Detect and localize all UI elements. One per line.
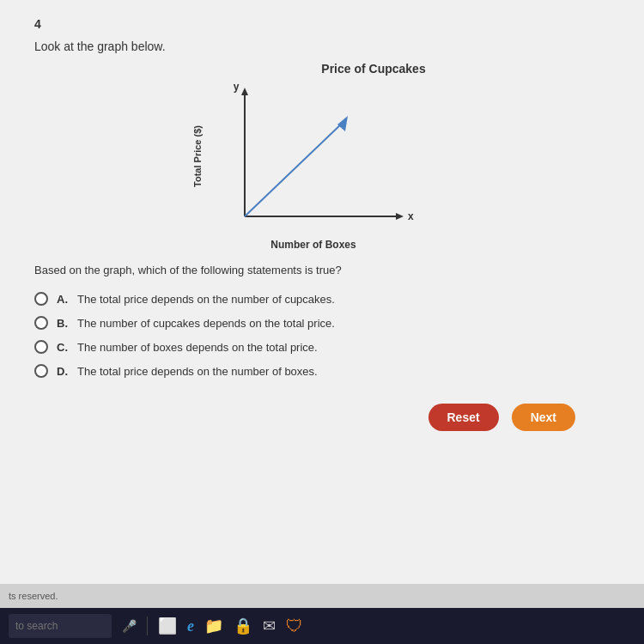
svg-marker-3 [396, 213, 404, 220]
radio-c[interactable] [34, 340, 48, 354]
svg-marker-2 [241, 88, 248, 95]
chart-svg: y x [210, 83, 425, 242]
svg-marker-7 [337, 116, 348, 131]
svg-text:y: y [234, 83, 240, 93]
option-letter-b: B. [57, 317, 70, 330]
question-text: Based on the graph, which of the followi… [34, 264, 610, 276]
footer-bar: ts reserved. [0, 584, 644, 608]
graph-svg: y x [210, 83, 459, 251]
option-text-c: The number of boxes depends on the total… [77, 341, 318, 354]
send-icon[interactable]: ✉ [263, 617, 276, 635]
options-list: A. The total price depends on the number… [34, 292, 610, 378]
option-a[interactable]: A. The total price depends on the number… [34, 292, 610, 306]
taskview-icon[interactable]: ⬜ [158, 617, 177, 635]
option-c[interactable]: C. The number of boxes depends on the to… [34, 340, 610, 354]
next-button[interactable]: Next [512, 404, 575, 431]
question-number: 4 [34, 17, 610, 31]
svg-text:x: x [408, 210, 414, 222]
radio-a[interactable] [34, 292, 48, 306]
main-content: 4 Look at the graph below. Price of Cupc… [0, 0, 644, 584]
option-b[interactable]: B. The number of cupcakes depends on the… [34, 316, 610, 330]
option-text-a: The total price depends on the number of… [77, 293, 335, 306]
option-text-b: The number of cupcakes depends on the to… [77, 317, 335, 330]
graph-area: Price of Cupcakes Total Price ($) y [34, 62, 610, 251]
y-axis-label-wrapper: Total Price ($) [185, 88, 210, 225]
option-text-d: The total price depends on the number of… [77, 365, 318, 378]
taskbar: 🎤 ⬜ e 📁 🔒 ✉ 🛡 [0, 608, 644, 644]
graph-container: Price of Cupcakes Total Price ($) y [185, 62, 459, 251]
edge-icon[interactable]: e [187, 617, 194, 635]
option-letter-c: C. [57, 341, 70, 354]
option-d[interactable]: D. The total price depends on the number… [34, 364, 610, 378]
svg-line-6 [245, 122, 343, 216]
radio-b[interactable] [34, 316, 48, 330]
taskbar-search-input[interactable] [9, 614, 112, 638]
radio-d[interactable] [34, 364, 48, 378]
instruction-text: Look at the graph below. [34, 39, 610, 53]
reset-button[interactable]: Reset [428, 404, 499, 431]
footer-text: ts reserved. [9, 591, 58, 601]
option-letter-d: D. [57, 365, 70, 378]
taskbar-divider [147, 617, 148, 635]
lock-icon[interactable]: 🔒 [234, 617, 252, 635]
x-axis-label: Number of Boxes [236, 239, 391, 251]
graph-title: Price of Cupcakes [288, 62, 459, 76]
option-letter-a: A. [57, 293, 70, 306]
buttons-row: Reset Next [34, 404, 610, 431]
folder-icon[interactable]: 📁 [204, 617, 223, 635]
security-icon[interactable]: 🛡 [286, 617, 303, 636]
y-axis-label: Total Price ($) [192, 125, 203, 187]
mic-icon: 🎤 [122, 619, 137, 633]
